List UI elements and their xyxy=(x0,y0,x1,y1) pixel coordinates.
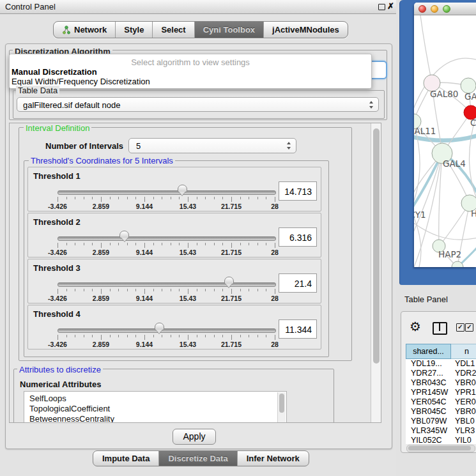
column-header-name[interactable]: n xyxy=(451,344,476,359)
cell-shared-name: YBL079W xyxy=(411,417,447,426)
table-row[interactable]: YBR045CYBR0 xyxy=(406,407,476,417)
threshold-value-field[interactable]: 11.344 xyxy=(279,319,317,339)
slider-tick xyxy=(222,243,223,245)
slider-tick xyxy=(153,197,154,199)
minimize-traffic-light[interactable] xyxy=(431,5,438,13)
threshold-slider-track[interactable] xyxy=(58,236,276,241)
table-row[interactable]: YBL079WYBL0 xyxy=(406,417,476,426)
slider-tick xyxy=(135,197,136,199)
algorithm-placeholder-option[interactable]: Select algorithm to view settings xyxy=(10,58,371,67)
table-row[interactable]: YIL052CYIL0 xyxy=(406,436,476,444)
checkbox-icon[interactable]: ✓ xyxy=(456,323,464,332)
slider-tick xyxy=(110,243,111,245)
threshold-value-field[interactable]: 6.316 xyxy=(279,227,317,247)
apply-button[interactable]: Apply xyxy=(173,429,216,445)
slider-tick xyxy=(162,335,162,337)
slider-tick xyxy=(118,335,119,337)
table-row[interactable]: YDL19...YDL1 xyxy=(406,359,476,369)
slider-tick xyxy=(118,197,119,199)
threshold-slider-thumb[interactable] xyxy=(155,323,164,330)
slider-tick xyxy=(188,243,188,248)
scrollbar-thumb[interactable] xyxy=(279,394,284,413)
network-node-label: GAL11 xyxy=(414,126,436,136)
threshold-slider-thumb[interactable] xyxy=(119,231,129,238)
table-row[interactable]: YLR345WYLR3 xyxy=(406,426,476,436)
cell-shared-name: YER054C xyxy=(411,397,447,406)
cell-shared-name: YBR043C xyxy=(411,378,447,387)
columns-icon[interactable] xyxy=(433,322,447,335)
table-row[interactable]: YER054CYER0 xyxy=(406,397,476,407)
tab-style[interactable]: Style xyxy=(116,22,153,38)
table-row[interactable]: YBR043CYBR0 xyxy=(406,378,476,388)
zoom-traffic-light[interactable] xyxy=(443,5,450,13)
threshold-slider-thumb[interactable] xyxy=(178,185,187,192)
slider-tick xyxy=(266,335,266,337)
cell-name: YLR3 xyxy=(455,426,475,435)
table-row[interactable]: YDR27...YDR2 xyxy=(406,369,476,378)
float-window-icon[interactable] xyxy=(378,4,385,10)
algorithm-option[interactable]: Equal Width/Frequency Discretization xyxy=(12,77,150,86)
threshold-value-field[interactable]: 21.4 xyxy=(279,273,317,293)
cell-name: YDR2 xyxy=(455,369,476,378)
attribute-list-item[interactable]: SelfLoops xyxy=(29,394,66,403)
threshold-label: Threshold 3 xyxy=(33,263,81,273)
slider-tick-label: 15.43 xyxy=(180,249,196,256)
slider-tick-label: -3.426 xyxy=(48,249,67,256)
tab-select[interactable]: Select xyxy=(153,22,194,38)
tab-jactivemnodules[interactable]: jActiveMNodules xyxy=(264,22,348,38)
slider-tick xyxy=(110,289,111,291)
slider-tick xyxy=(266,243,266,245)
table-data-combobox[interactable]: galFiltered.sif default node xyxy=(17,97,379,112)
table-row[interactable]: YPR145WYPR1 xyxy=(406,388,476,397)
threshold-slider-track[interactable] xyxy=(58,282,276,287)
close-traffic-light[interactable] xyxy=(418,5,426,13)
number-of-intervals-value: 5 xyxy=(136,141,141,151)
slider-tick-label: -3.426 xyxy=(48,341,67,348)
attributes-list-scrollbar[interactable] xyxy=(277,392,286,423)
slider-tick xyxy=(118,243,119,245)
network-canvas[interactable]: GAL80GACGAL11GAL4GCY1HHAP2 xyxy=(414,15,476,267)
numerical-attributes-list[interactable]: SelfLoopsTopologicalCoefficientBetweenne… xyxy=(24,391,287,423)
tab-network[interactable]: Network xyxy=(54,22,116,38)
settings-vertical-scrollbar[interactable] xyxy=(371,123,381,422)
scrollbar-thumb[interactable] xyxy=(408,446,471,450)
bottom-tab-impute-data[interactable]: Impute Data xyxy=(93,451,159,466)
attribute-list-item[interactable]: TopologicalCoefficient xyxy=(29,404,110,413)
network-window-titlebar[interactable] xyxy=(414,3,476,15)
slider-tick xyxy=(179,335,180,337)
slider-tick xyxy=(249,289,249,291)
algorithm-option[interactable]: Manual Discretization xyxy=(12,67,97,77)
number-of-intervals-spinner[interactable]: 5 xyxy=(128,138,296,153)
slider-tick xyxy=(153,335,154,337)
cell-shared-name: YPR145W xyxy=(411,388,448,397)
tab-label: Cyni Toolbox xyxy=(203,25,255,35)
slider-tick xyxy=(66,197,67,199)
bottom-tab-infer-network[interactable]: Infer Network xyxy=(238,451,309,466)
slider-tick-label: -3.426 xyxy=(48,203,67,210)
threshold-slider-track[interactable] xyxy=(58,190,276,195)
slider-tick xyxy=(144,289,145,294)
slider-tick xyxy=(144,335,145,340)
cell-name: YDL1 xyxy=(455,359,475,368)
column-header-shared-name[interactable]: shared... xyxy=(406,344,451,359)
slider-tick xyxy=(171,335,171,337)
slider-tick xyxy=(222,289,223,291)
threshold-slider-track[interactable] xyxy=(58,328,276,333)
table-horizontal-scrollbar[interactable] xyxy=(406,445,475,452)
scrollbar-thumb[interactable] xyxy=(373,128,380,364)
slider-tick xyxy=(144,243,145,248)
slider-tick-label: 2.859 xyxy=(93,203,109,210)
checkbox-icon[interactable]: ✓ xyxy=(465,323,473,332)
cell-shared-name: YIL052C xyxy=(411,436,442,444)
slider-tick xyxy=(240,243,241,245)
tab-cyni-toolbox[interactable]: Cyni Toolbox xyxy=(195,22,264,38)
close-icon[interactable]: ✗ xyxy=(387,1,394,11)
thresholds-group-label: Threshold's Coordinates for 5 Intervals xyxy=(29,156,175,165)
bottom-tab-discretize-data[interactable]: Discretize Data xyxy=(159,451,237,466)
attribute-list-item[interactable]: BetweennessCentrality xyxy=(29,414,114,423)
threshold-value-field[interactable]: 14.713 xyxy=(279,181,317,201)
threshold-slider-thumb[interactable] xyxy=(224,277,234,284)
cyni-bottom-tabs: Impute DataDiscretize DataInfer Network xyxy=(93,450,309,466)
slider-tick xyxy=(240,335,241,337)
gear-icon[interactable]: ⚙ xyxy=(410,320,421,333)
